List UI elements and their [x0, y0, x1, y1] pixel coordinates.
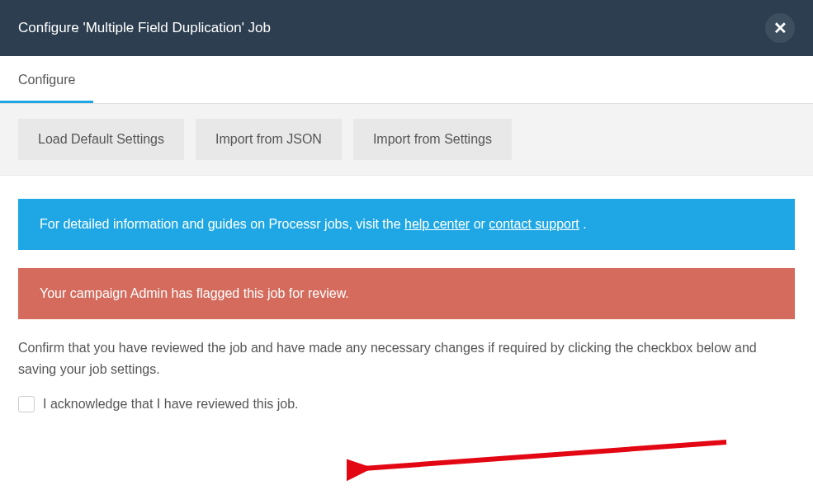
toolbar: Load Default Settings Import from JSON I… [0, 104, 813, 176]
tab-bar: Configure [0, 56, 813, 104]
tab-configure[interactable]: Configure [0, 56, 93, 103]
acknowledge-row: I acknowledge that I have reviewed this … [18, 396, 795, 412]
info-alert-text-prefix: For detailed information and guides on P… [40, 217, 404, 231]
warning-alert-text: Your campaign Admin has flagged this job… [40, 286, 349, 300]
svg-line-1 [363, 442, 726, 469]
info-alert: For detailed information and guides on P… [18, 199, 795, 250]
modal-header: Configure 'Multiple Field Duplication' J… [0, 0, 813, 56]
help-center-link[interactable]: help center [404, 217, 470, 231]
content-area: For detailed information and guides on P… [0, 176, 813, 412]
instruction-text: Confirm that you have reviewed the job a… [18, 337, 795, 379]
contact-support-link[interactable]: contact support [489, 217, 579, 231]
close-button[interactable]: ✕ [765, 13, 795, 43]
acknowledge-checkbox[interactable] [18, 396, 35, 412]
load-default-settings-button[interactable]: Load Default Settings [18, 119, 184, 160]
annotation-arrow-icon [347, 436, 735, 485]
acknowledge-label[interactable]: I acknowledge that I have reviewed this … [43, 397, 299, 412]
info-alert-text-mid: or [470, 217, 489, 231]
info-alert-text-suffix: . [579, 217, 587, 231]
import-from-settings-button[interactable]: Import from Settings [353, 119, 512, 160]
warning-alert: Your campaign Admin has flagged this job… [18, 268, 795, 319]
close-icon: ✕ [773, 18, 787, 38]
import-from-json-button[interactable]: Import from JSON [196, 119, 342, 160]
modal-title: Configure 'Multiple Field Duplication' J… [18, 20, 271, 36]
